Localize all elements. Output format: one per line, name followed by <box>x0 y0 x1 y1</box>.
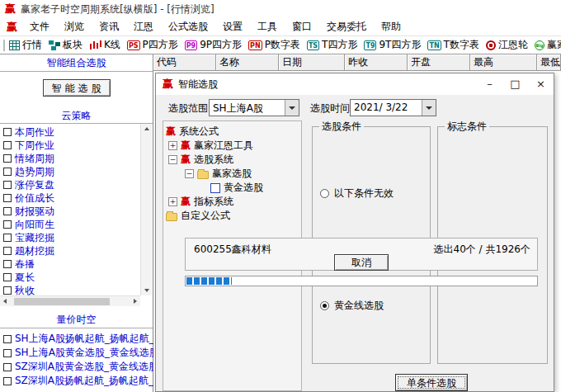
radio-icon[interactable] <box>320 189 329 198</box>
tree-item[interactable]: 自定义公式 <box>163 209 301 223</box>
checkbox[interactable] <box>3 128 12 136</box>
list-item[interactable]: 财报驱动 <box>3 205 140 218</box>
radio-conditions-invalid[interactable]: 以下条件无效 <box>320 187 394 199</box>
toolbar-button-label: 江恩轮 <box>498 38 528 52</box>
column-header[interactable]: 开盘 <box>408 54 470 71</box>
column-header[interactable]: 代码 <box>153 54 216 71</box>
maximize-button[interactable]: □ <box>502 73 528 95</box>
vertical-scrollbar[interactable] <box>140 124 152 295</box>
tree-expand-toggle[interactable] <box>185 169 194 178</box>
menu-item[interactable]: 文件 <box>22 18 57 35</box>
checkbox[interactable] <box>3 377 12 385</box>
list-item[interactable]: SZ深圳A股扬帆起航_扬帆起航_ <box>3 374 153 388</box>
list-item[interactable]: 春播 <box>3 257 140 271</box>
menu-item[interactable]: 浏览 <box>57 18 92 35</box>
list-item[interactable]: 情绪周期 <box>3 152 140 165</box>
list-item[interactable]: 秋收 <box>3 284 140 295</box>
list-item[interactable]: 涨停复盘 <box>3 178 140 191</box>
toolbar-button[interactable]: 板块 <box>49 38 82 52</box>
smart-select-button[interactable]: 智能选股 <box>43 79 111 97</box>
toolbar-button[interactable]: 行情 <box>9 38 42 52</box>
menu-item[interactable]: 窗口 <box>285 18 319 35</box>
column-header[interactable]: 日期 <box>279 54 345 71</box>
checkbox[interactable] <box>3 349 12 357</box>
column-header[interactable]: 昨收 <box>345 54 408 71</box>
toolbar-button[interactable]: T9 9T四方形 <box>364 38 421 52</box>
menu-item[interactable]: 资讯 <box>92 18 126 35</box>
horizontal-scrollbar[interactable] <box>0 295 140 306</box>
menu-item[interactable]: 设置 <box>215 18 250 35</box>
tree-item-label: 选股系统 <box>194 153 233 167</box>
checkbox[interactable] <box>3 207 12 215</box>
tree-item-label: 赢家选股 <box>212 167 252 181</box>
toolbar-button[interactable]: PS P四方形 <box>127 38 178 52</box>
scroll-down-icon[interactable] <box>144 289 149 292</box>
tree-expand-toggle[interactable] <box>168 155 177 164</box>
column-header[interactable]: 名称 <box>216 54 279 71</box>
tree-item[interactable]: 系统公式 <box>163 125 301 139</box>
tree-item[interactable]: 黄金选股 <box>163 181 301 195</box>
checkbox[interactable] <box>3 363 12 371</box>
menu-item[interactable]: 江恩 <box>126 18 161 35</box>
checkbox[interactable] <box>3 335 12 343</box>
checkbox[interactable] <box>3 273 12 281</box>
toolbar-button[interactable]: K线 <box>89 38 120 52</box>
list-item[interactable]: SH上海A股扬帆起航_扬帆起航_ <box>3 332 153 346</box>
menu-item[interactable]: 工具 <box>250 18 285 35</box>
list-item[interactable]: 向阳而生 <box>3 218 140 231</box>
tree-item[interactable]: 赢家江恩工具 <box>163 139 301 153</box>
list-item[interactable]: 趋势周期 <box>3 165 140 178</box>
checkbox[interactable] <box>3 154 12 163</box>
menu-item[interactable]: 公式选股 <box>161 18 215 35</box>
single-condition-select-button[interactable]: 单条件选股 <box>395 374 468 391</box>
scroll-left-icon[interactable] <box>3 299 7 304</box>
list-item[interactable]: 本周作业 <box>3 125 140 139</box>
tree-expand-toggle[interactable] <box>168 197 177 206</box>
tree-item[interactable]: 指标系统 <box>163 195 301 209</box>
column-header[interactable]: 最高 <box>470 54 537 71</box>
list-item[interactable]: SH上海A股黄金选股_黄金线选股_ <box>3 346 153 360</box>
tree-item[interactable]: 赢家选股 <box>163 167 301 181</box>
menu-item[interactable]: 交易委托 <box>319 18 374 35</box>
scroll-right-icon[interactable] <box>134 299 137 304</box>
toolbar-button[interactable]: TN T数字表 <box>427 38 479 52</box>
checkbox[interactable] <box>3 141 12 149</box>
toolbar-button[interactable]: Big 赢家轮 <box>535 38 561 52</box>
time-select[interactable]: 2021/ 3/22 <box>350 99 436 116</box>
checkbox[interactable] <box>3 286 12 295</box>
column-header[interactable]: 最低 <box>537 54 561 71</box>
list-item[interactable]: SZ深圳A股黄金选股_黄金线选股_ <box>3 360 153 374</box>
checkbox[interactable] <box>3 234 12 242</box>
toolbar-button[interactable]: PN P数字表 <box>248 38 300 52</box>
list-item[interactable]: 夏长 <box>3 271 140 284</box>
range-select[interactable]: SH上海A股 <box>209 99 299 116</box>
list-item[interactable]: 宝藏挖掘 <box>3 231 140 244</box>
list-item[interactable]: 下周作业 <box>3 139 140 152</box>
tree-expand-toggle[interactable] <box>168 141 177 150</box>
checkbox[interactable] <box>3 194 12 202</box>
scrollbar-thumb[interactable] <box>14 298 110 305</box>
checkbox[interactable] <box>3 181 12 189</box>
list-item[interactable]: 题材挖掘 <box>3 244 140 257</box>
checkbox[interactable] <box>3 247 12 255</box>
toolbar-button[interactable]: TS T四方形 <box>307 38 358 52</box>
checkbox[interactable] <box>3 220 12 229</box>
toolbar-button[interactable]: P9 9P四方形 <box>185 38 242 52</box>
toolbar-grip[interactable] <box>3 40 5 51</box>
toolbar-button[interactable]: 江恩轮 <box>486 38 528 52</box>
radio-checked-icon[interactable] <box>320 301 329 310</box>
list-item[interactable]: 价值成长 <box>3 191 140 205</box>
quote-grid-icon <box>9 40 20 50</box>
checkbox[interactable] <box>3 260 12 268</box>
cancel-button[interactable]: 取消 <box>334 254 389 271</box>
minimize-button[interactable]: – <box>477 73 502 95</box>
chevron-down-icon[interactable] <box>285 100 299 116</box>
checkbox[interactable] <box>3 168 12 176</box>
scroll-up-icon[interactable] <box>144 127 149 130</box>
list-item-label: SH上海A股扬帆起航_扬帆起航_ <box>15 332 153 346</box>
chevron-down-icon[interactable] <box>422 100 436 116</box>
tree-item[interactable]: 选股系统 <box>163 153 301 167</box>
radio-gold-line-select[interactable]: 黄金线选股 <box>320 300 384 311</box>
close-button[interactable]: × <box>528 73 554 95</box>
menu-item[interactable]: 帮助 <box>374 18 408 35</box>
